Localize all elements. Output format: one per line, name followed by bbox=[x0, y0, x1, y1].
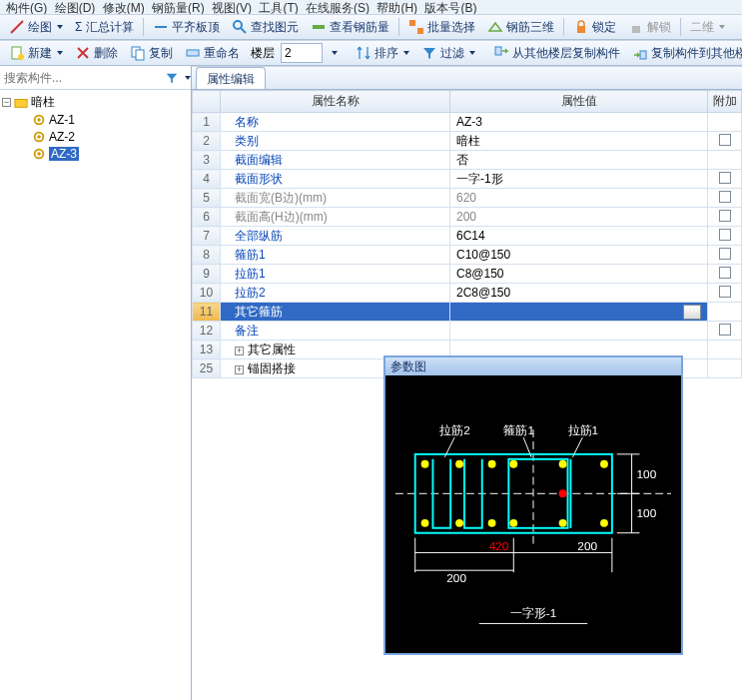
property-row[interactable]: 7全部纵筋6C14 bbox=[193, 227, 742, 246]
prop-value[interactable]: C10@150 bbox=[450, 246, 708, 265]
view2d-button[interactable]: 二维 bbox=[685, 16, 730, 38]
leveltop-button[interactable]: 平齐板顶 bbox=[148, 16, 225, 38]
property-row[interactable]: 12备注 bbox=[193, 322, 742, 341]
menu-item[interactable]: 视图(V) bbox=[212, 0, 252, 14]
dropdown-icon[interactable] bbox=[185, 76, 191, 80]
checkbox[interactable] bbox=[719, 191, 731, 203]
property-row[interactable]: 11其它箍筋⋯ bbox=[193, 303, 742, 322]
menu-item[interactable]: 构件(G) bbox=[6, 0, 47, 14]
property-row[interactable]: 3截面编辑否 bbox=[193, 151, 742, 170]
param-window-title: 参数图 bbox=[385, 357, 681, 375]
prop-extra[interactable] bbox=[708, 151, 742, 170]
ellipsis-button[interactable]: ⋯ bbox=[683, 305, 701, 320]
tree-item[interactable]: AZ-3 bbox=[2, 145, 189, 162]
prop-value[interactable] bbox=[450, 322, 708, 341]
tree-label: 暗柱 bbox=[31, 94, 55, 111]
prop-value[interactable]: ⋯ bbox=[450, 303, 708, 322]
collapse-icon[interactable]: − bbox=[2, 98, 11, 107]
property-row[interactable]: 9拉筋1C8@150 bbox=[193, 265, 742, 284]
prop-value[interactable]: 一字-1形 bbox=[450, 170, 708, 189]
checkbox[interactable] bbox=[719, 286, 731, 298]
prop-value[interactable]: 暗柱 bbox=[450, 132, 708, 151]
prop-extra[interactable] bbox=[708, 170, 742, 189]
prop-extra[interactable] bbox=[708, 132, 742, 151]
prop-extra[interactable] bbox=[708, 189, 742, 208]
property-row[interactable]: 5截面宽(B边)(mm)620 bbox=[193, 189, 742, 208]
tree-item[interactable]: AZ-2 bbox=[2, 128, 189, 145]
filter-button[interactable]: 过滤 bbox=[416, 42, 480, 64]
checkbox[interactable] bbox=[719, 324, 731, 336]
del-button[interactable]: 删除 bbox=[70, 42, 123, 64]
menu-item[interactable]: 钢筋量(R) bbox=[152, 0, 205, 14]
prop-extra[interactable] bbox=[708, 227, 742, 246]
dropdown-icon bbox=[57, 25, 63, 29]
prop-value[interactable]: 2C8@150 bbox=[450, 284, 708, 303]
prop-value[interactable]: 200 bbox=[450, 208, 708, 227]
svg-point-33 bbox=[509, 519, 517, 527]
search-input[interactable] bbox=[4, 71, 161, 85]
copyto-button[interactable]: 复制构件到其他楼层 bbox=[627, 42, 742, 64]
menu-item[interactable]: 版本号(B) bbox=[424, 0, 476, 14]
filter-icon[interactable] bbox=[165, 71, 179, 85]
viewrebar-button[interactable]: 查看钢筋量 bbox=[306, 16, 394, 38]
prop-extra[interactable] bbox=[708, 341, 742, 359]
floor-input[interactable] bbox=[281, 43, 323, 63]
menu-item[interactable]: 工具(T) bbox=[259, 0, 298, 14]
checkbox[interactable] bbox=[719, 172, 731, 184]
menu-item[interactable]: 帮助(H) bbox=[376, 0, 417, 14]
copyfrom-button[interactable]: 从其他楼层复制构件 bbox=[488, 42, 625, 64]
expand-icon[interactable]: + bbox=[235, 365, 244, 374]
rename-button[interactable]: 重命名 bbox=[180, 42, 245, 64]
new-button[interactable]: 新建 bbox=[4, 42, 68, 64]
toolbar-2: 新建 删除 复制 重命名 楼层 排序 过滤 从其他楼层复制构件 复制构件到其他楼… bbox=[0, 40, 742, 66]
param-diagram-window[interactable]: 参数图 拉筋2 bbox=[383, 355, 683, 655]
prop-name: 拉筋2 bbox=[221, 284, 450, 303]
sum-button[interactable]: Σ 汇总计算 bbox=[70, 16, 139, 38]
unlock-button[interactable]: 解锁 bbox=[623, 16, 676, 38]
prop-extra[interactable] bbox=[708, 322, 742, 341]
prop-extra[interactable] bbox=[708, 208, 742, 227]
prop-value[interactable]: 6C14 bbox=[450, 227, 708, 246]
prop-extra[interactable] bbox=[708, 303, 742, 322]
expand-icon[interactable]: + bbox=[235, 347, 244, 355]
property-row[interactable]: 1名称AZ-3 bbox=[193, 113, 742, 132]
menu-item[interactable]: 在线服务(S) bbox=[306, 0, 370, 14]
copy-button[interactable]: 复制 bbox=[125, 42, 178, 64]
lock-button[interactable]: 锁定 bbox=[568, 16, 621, 38]
property-row[interactable]: 10拉筋22C8@150 bbox=[193, 284, 742, 303]
tree-item[interactable]: AZ-1 bbox=[2, 111, 189, 128]
checkbox[interactable] bbox=[719, 248, 731, 260]
property-row[interactable]: 8箍筋1C10@150 bbox=[193, 246, 742, 265]
floor-dropdown[interactable] bbox=[325, 42, 343, 64]
checkbox[interactable] bbox=[719, 267, 731, 279]
sort-button[interactable]: 排序 bbox=[351, 42, 414, 64]
prop-value[interactable]: C8@150 bbox=[450, 265, 708, 284]
prop-extra[interactable] bbox=[708, 265, 742, 284]
prop-value[interactable]: AZ-3 bbox=[450, 113, 708, 132]
tree-root[interactable]: − 暗柱 bbox=[2, 94, 189, 111]
property-row[interactable]: 6截面高(H边)(mm)200 bbox=[193, 208, 742, 227]
prop-value[interactable]: 否 bbox=[450, 151, 708, 170]
component-icon bbox=[32, 147, 46, 161]
prop-extra[interactable] bbox=[708, 359, 742, 378]
property-row[interactable]: 4截面形状一字-1形 bbox=[193, 170, 742, 189]
draw-button[interactable]: 绘图 bbox=[4, 16, 68, 38]
floor-label: 楼层 bbox=[251, 45, 275, 62]
checkbox[interactable] bbox=[719, 229, 731, 241]
findelem-button[interactable]: 查找图元 bbox=[227, 16, 304, 38]
prop-name: 其它箍筋 bbox=[221, 303, 450, 322]
component-tree: − 暗柱 AZ-1AZ-2AZ-3 bbox=[0, 90, 191, 166]
tab-property-edit[interactable]: 属性编辑 bbox=[196, 67, 266, 89]
prop-extra[interactable] bbox=[708, 284, 742, 303]
checkbox[interactable] bbox=[719, 210, 731, 222]
property-row[interactable]: 2类别暗柱 bbox=[193, 132, 742, 151]
prop-value[interactable]: 620 bbox=[450, 189, 708, 208]
checkbox[interactable] bbox=[719, 134, 731, 146]
menu-item[interactable]: 修改(M) bbox=[103, 0, 145, 14]
menu-item[interactable]: 绘图(D) bbox=[55, 0, 96, 14]
prop-extra[interactable] bbox=[708, 113, 742, 132]
batchsel-button[interactable]: 批量选择 bbox=[403, 16, 480, 38]
prop-extra[interactable] bbox=[708, 246, 742, 265]
rebar3d-button[interactable]: 钢筋三维 bbox=[482, 16, 559, 38]
svg-point-8 bbox=[18, 54, 24, 60]
